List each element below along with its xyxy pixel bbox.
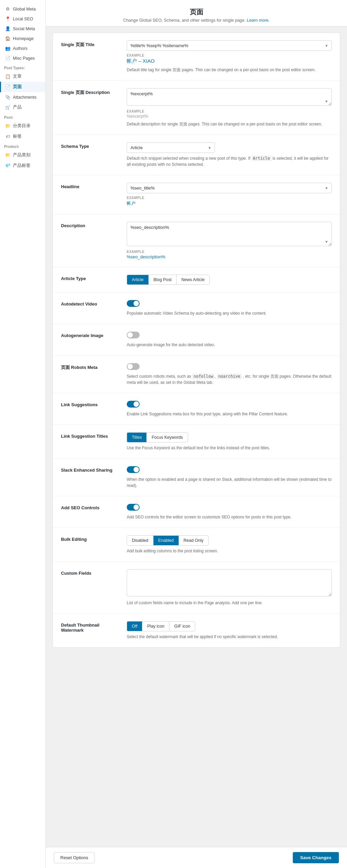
default-thumbnail-btn-play[interactable]: Play icon: [142, 622, 169, 631]
schema-type-description: Default rich snippet selected when creat…: [127, 155, 332, 167]
headline-control: %seo_title% ▼ EXAMPLE 帐户: [127, 183, 332, 206]
link-suggestions-label: Link Suggestions: [61, 401, 119, 407]
single-description-control: ▼ EXAMPLE %excerpt% Default description …: [127, 88, 332, 127]
link-suggestion-titles-btn-titles[interactable]: Titles: [127, 433, 147, 442]
toggle-thumb: [134, 301, 139, 306]
sidebar-item-homepage[interactable]: 🏠 Homepage: [0, 34, 45, 43]
sidebar-item-social-meta[interactable]: 👤 Social Meta: [0, 24, 45, 34]
default-thumbnail-description: Select the default watermark that will b…: [127, 634, 332, 640]
article-type-btn-group: Article Blog Post News Article: [127, 275, 210, 285]
robots-meta-toggle[interactable]: [127, 363, 140, 370]
sidebar-label-authors: Authors: [13, 46, 27, 51]
custom-fields-control: List of custom fields name to include in…: [127, 569, 332, 606]
autogenerate-image-toggle[interactable]: [127, 332, 140, 338]
single-title-description: Default title tag for single 页面 pages. T…: [127, 67, 332, 73]
reset-button[interactable]: Reset Options: [54, 852, 95, 863]
sidebar-label-biaoqian: 标签: [13, 134, 22, 139]
bulk-editing-btn-disabled[interactable]: Disabled: [127, 536, 154, 545]
toggle-thumb: [134, 467, 139, 472]
diamond-icon: 💎: [5, 163, 11, 168]
robots-meta-control: Select custom robots meta, such as nofol…: [127, 363, 332, 386]
add-seo-controls-control: Add SEO controls for the editor screen t…: [127, 504, 332, 520]
autogenerate-image-control: Auto-generate image for the auto detecte…: [127, 332, 332, 348]
product-label: Product:: [0, 142, 45, 150]
sidebar-label-yemian: 页面: [13, 84, 22, 90]
sidebar-item-global-meta[interactable]: ⚙ Global Meta: [0, 4, 45, 14]
custom-fields-label: Custom Fields: [61, 569, 119, 576]
custom-fields-textarea[interactable]: [127, 569, 332, 596]
toggle-thumb: [134, 401, 139, 407]
document-icon: 📄: [5, 84, 11, 90]
article-type-btn-blog[interactable]: Blog Post: [149, 275, 177, 284]
setting-single-description: Single 页面 Description ▼ EXAMPLE %excerpt…: [53, 81, 340, 135]
single-desc-description: Default description for single 页面 pages.…: [127, 121, 332, 127]
sidebar-item-chanpinbiaoqian[interactable]: 💎 产品标签: [0, 160, 45, 171]
toggle-track: [127, 466, 140, 473]
page-header: 页面 Change Global SEO, Schema, and other …: [46, 0, 347, 26]
learn-more-link[interactable]: Learn more.: [247, 18, 269, 23]
add-seo-controls-toggle[interactable]: [127, 504, 140, 511]
post-types-label: Post Types:: [0, 63, 45, 71]
description-textarea[interactable]: [127, 222, 332, 246]
sidebar-item-wenzhang[interactable]: 📋 文章: [0, 71, 45, 82]
article-type-btn-article[interactable]: Article: [127, 275, 149, 284]
sidebar-item-local-seo[interactable]: 📍 Local SEO: [0, 14, 45, 24]
single-description-textarea[interactable]: [127, 88, 332, 106]
sidebar-item-chanpin[interactable]: 🛒 产品: [0, 102, 45, 113]
sidebar-label-global-meta: Global Meta: [13, 7, 36, 12]
single-title-select[interactable]: %title% %sep% %sitename%: [127, 40, 332, 51]
setting-article-type: Article Type Article Blog Post News Arti…: [53, 267, 340, 293]
page-subtitle: Change Global SEO, Schema, and other set…: [46, 18, 347, 23]
link-suggestions-description: Enable Link Suggestions meta box for thi…: [127, 411, 332, 417]
page-icon: 📄: [5, 56, 11, 61]
single-title-example-value: 帐户 – XIAO: [127, 58, 332, 64]
add-seo-controls-label: Add SEO Controls: [61, 504, 119, 510]
setting-autodetect-video: Autodetect Video Populate automatic Vide…: [53, 293, 340, 324]
desc-example-label: EXAMPLE: [127, 250, 332, 254]
sidebar-item-fenleimulu[interactable]: 📁 分类目录: [0, 121, 45, 131]
default-thumbnail-btn-off[interactable]: Off: [127, 622, 142, 631]
headline-select[interactable]: %seo_title%: [127, 183, 332, 193]
sidebar-label-chanpin: 产品: [13, 104, 22, 110]
autodetect-video-description: Populate automatic Video Schema by auto-…: [127, 310, 332, 316]
single-description-textarea-wrapper: ▼: [127, 88, 332, 107]
page-title: 页面: [46, 7, 347, 17]
sidebar: ⚙ Global Meta 📍 Local SEO 👤 Social Meta …: [0, 0, 46, 868]
desc-example-value: %seo_description%: [127, 254, 332, 259]
schema-type-select[interactable]: ArticleWebPageNone: [127, 142, 215, 153]
cart-icon: 🛒: [5, 105, 11, 110]
default-thumbnail-btn-gif[interactable]: GIF icon: [169, 622, 195, 631]
toggle-track: [127, 332, 140, 338]
link-suggestion-titles-description: Use the Focus Keyword as the default tex…: [127, 445, 332, 451]
setting-bulk-editing: Bulk Editing Disabled Enabled Read Only …: [53, 528, 340, 562]
sidebar-item-authors[interactable]: 👥 Authors: [0, 43, 45, 53]
single-title-control: %title% %sep% %sitename% ▼ EXAMPLE 帐户 – …: [127, 40, 332, 73]
sidebar-item-yemian[interactable]: 📄 页面: [0, 82, 45, 92]
headline-example-label: EXAMPLE: [127, 196, 332, 200]
save-button[interactable]: Save Changes: [293, 852, 339, 863]
toggle-thumb: [127, 332, 133, 338]
single-title-example-label: EXAMPLE: [127, 54, 332, 57]
bulk-editing-btn-readonly[interactable]: Read Only: [179, 536, 208, 545]
link-suggestions-toggle[interactable]: [127, 401, 140, 408]
sidebar-label-attachments: Attachments: [13, 95, 36, 100]
robots-meta-label: 页面 Robots Meta: [61, 363, 119, 371]
article-type-btn-news[interactable]: News Article: [177, 275, 209, 284]
single-description-label: Single 页面 Description: [61, 88, 119, 96]
slack-sharing-description: When the option is enabled and a page is…: [127, 476, 332, 489]
headline-select-wrapper: %seo_title% ▼: [127, 183, 332, 193]
sidebar-item-chanpinleibie[interactable]: 📁 产品类别: [0, 150, 45, 160]
sidebar-item-biaoqian[interactable]: 🏷 标签: [0, 131, 45, 142]
link-suggestion-titles-btn-focus[interactable]: Focus Keywords: [147, 433, 187, 442]
custom-fields-description: List of custom fields name to include in…: [127, 600, 332, 606]
schema-type-label: Schema Type: [61, 142, 119, 149]
autodetect-video-toggle[interactable]: [127, 300, 140, 307]
bulk-editing-btn-enabled[interactable]: Enabled: [154, 536, 179, 545]
toggle-track: [127, 300, 140, 307]
autogenerate-image-label: Autogenerate Image: [61, 332, 119, 338]
sidebar-item-misc-pages[interactable]: 📄 Misc Pages: [0, 53, 45, 63]
slack-sharing-toggle[interactable]: [127, 466, 140, 473]
sidebar-item-attachments[interactable]: 📎 Attachments: [0, 92, 45, 102]
link-suggestion-titles-control: Titles Focus Keywords Use the Focus Keyw…: [127, 432, 332, 451]
toggle-track: [127, 363, 140, 370]
